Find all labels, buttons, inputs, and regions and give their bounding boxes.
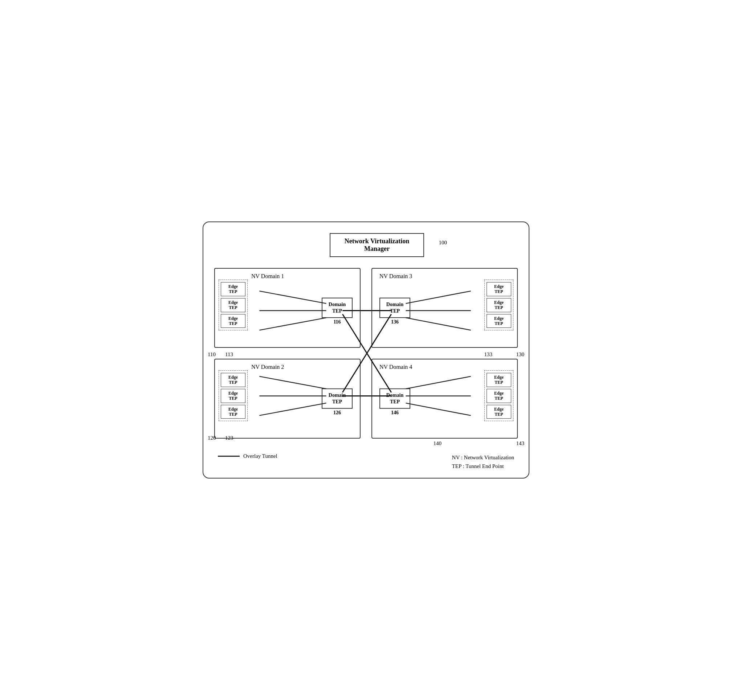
domain-4-edge-tep-1: Edge TEP (487, 373, 511, 387)
domain-1-edge-group: Edge TEP Edge TEP Edge TEP (219, 279, 248, 330)
domain-3-dtep: Domain TEP 136 (379, 298, 410, 318)
domain-1-outer-ref: 110 (208, 351, 216, 357)
domain-2: NV Domain 2 Edge TEP Edge TEP Edge TEP (214, 359, 360, 438)
domain-2-label: NV Domain 2 (251, 364, 284, 370)
legend-left: Overlay Tunnel (218, 453, 278, 459)
domain-1-edge-tep-2: Edge TEP (221, 298, 245, 312)
domain-1-edge-tep-1: Edge TEP (221, 282, 245, 296)
main-diagram: Network Virtualization Manager 100 NV Do… (203, 222, 529, 478)
domain-3-label: NV Domain 3 (379, 273, 412, 279)
domain-2-edge-group: Edge TEP Edge TEP Edge TEP (219, 370, 248, 421)
domain-3-edge-tep-1: Edge TEP (487, 282, 511, 296)
domain-2-dtep: Domain TEP 126 (322, 388, 353, 409)
domain-3: NV Domain 3 Edge TEP Edge TEP Edge TEP (372, 268, 518, 348)
domain-2-edge-ref: 123 (225, 435, 234, 441)
domain-4-edge-tep-2: Edge TEP (487, 389, 511, 403)
legend-right: NV : Network Virtualization TEP : Tunnel… (452, 453, 514, 471)
domains-grid: NV Domain 1 Edge TEP Edge TEP Edge TEP (214, 268, 518, 438)
domain-1-edge-ref: 113 (225, 351, 233, 357)
legend-line-symbol (218, 456, 240, 457)
domain-2-dtep-ref: 126 (333, 410, 341, 416)
legend-area: Overlay Tunnel NV : Network Virtualizati… (214, 453, 518, 471)
domain-1-dtep-ref: 116 (333, 319, 341, 325)
domain-2-edge-tep-1: Edge TEP (221, 373, 245, 387)
tep-def: TEP : Tunnel End Point (452, 462, 514, 471)
nv-def: NV : Network Virtualization (452, 453, 514, 462)
domain-2-outer-ref: 120 (208, 435, 216, 441)
domain-3-edge-tep-2: Edge TEP (487, 298, 511, 312)
domains-area: NV Domain 1 Edge TEP Edge TEP Edge TEP (214, 268, 518, 438)
domain-1-edge-tep-3: Edge TEP (221, 314, 245, 328)
page-container: Network Virtualization Manager 100 NV Do… (203, 222, 529, 478)
domain-3-edge-ref: 133 (484, 351, 493, 357)
domain-3-edge-tep-3: Edge TEP (487, 314, 511, 328)
nvm-box: Network Virtualization Manager (330, 233, 424, 257)
domain-4-edge-tep-3: Edge TEP (487, 405, 511, 419)
domain-4-edge-group: Edge TEP Edge TEP Edge TEP (484, 370, 513, 421)
domain-3-outer-ref: 130 (516, 351, 525, 357)
domain-1-label: NV Domain 1 (251, 273, 284, 279)
nvm-label: Network Virtualization (345, 237, 409, 245)
domain-4-dtep-ref: 146 (391, 410, 399, 416)
legend-overlay-label: Overlay Tunnel (243, 453, 278, 459)
domain-4-outer-ref: 140 (434, 440, 442, 447)
domain-2-edge-tep-2: Edge TEP (221, 389, 245, 403)
domain-4: NV Domain 4 Edge TEP Edge TEP Edge TEP (372, 359, 518, 438)
domain-4-dtep: Domain TEP 146 (379, 388, 410, 409)
domain-4-label: NV Domain 4 (379, 364, 412, 370)
domain-3-dtep-ref: 136 (391, 319, 399, 325)
domain-2-edge-tep-3: Edge TEP (221, 405, 245, 419)
domain-1: NV Domain 1 Edge TEP Edge TEP Edge TEP (214, 268, 360, 348)
domain-4-edge-ref: 143 (516, 440, 525, 447)
nvm-ref: 100 (439, 240, 447, 246)
domain-1-dtep: Domain TEP 116 (322, 298, 353, 318)
domain-3-edge-group: Edge TEP Edge TEP Edge TEP (484, 279, 513, 330)
nvm-label2: Manager (364, 245, 390, 252)
